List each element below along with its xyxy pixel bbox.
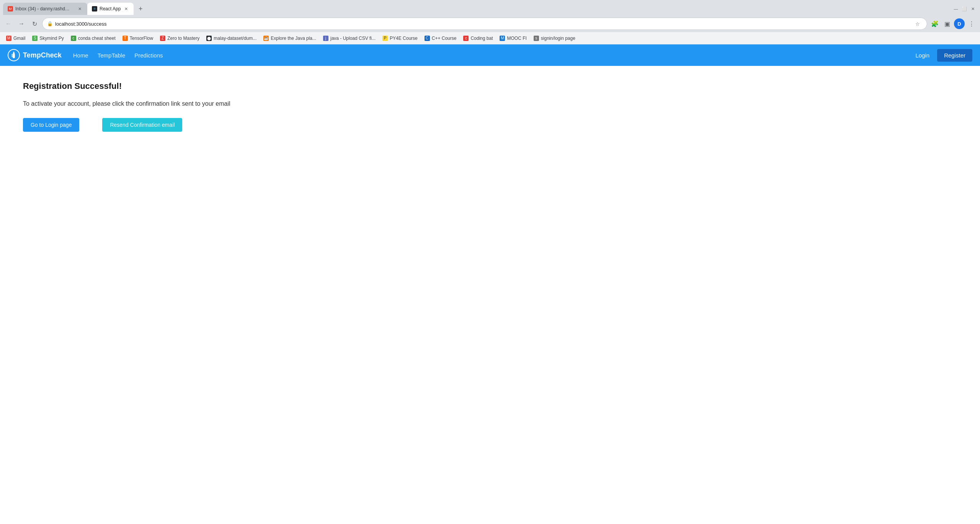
nav-home[interactable]: Home [73,52,88,59]
minimize-button[interactable]: — [953,6,959,11]
signin-icon: s [534,36,539,41]
address-bar-actions: ☆ [913,19,922,28]
tab-gmail-close[interactable]: ✕ [77,6,83,12]
nav-predictions[interactable]: Predictions [134,52,163,59]
conda-bookmark-icon: c [71,36,76,41]
tab-gmail[interactable]: M Inbox (34) - danny.rashd@gmail... ✕ [3,3,87,15]
register-button[interactable]: Register [937,49,972,62]
window-controls: — ⬜ ✕ [953,6,977,11]
app-navbar: TempCheck Home TempTable Predictions Log… [0,44,980,66]
bookmark-codingbat[interactable]: c Coding bat [460,33,496,43]
menu-icon[interactable]: ⋮ [966,18,977,29]
tab-react-close[interactable]: ✕ [123,6,129,12]
mooc-icon: M [500,36,505,41]
react-favicon: ⚛ [92,6,97,11]
address-bar[interactable]: 🔒 localhost:3000/success ☆ [42,18,927,30]
svg-point-1 [13,56,15,58]
codingbat-icon: c [463,36,469,41]
success-heading: Registration Successful! [23,81,957,91]
app-brand-name: TempCheck [23,51,62,59]
bookmark-gmail-label: Gmail [13,36,25,41]
extensions-icon[interactable]: 🧩 [929,18,940,29]
bookmark-malay[interactable]: ⬤ malay-dataset/dum... [203,33,260,43]
bookmark-star-icon[interactable]: ☆ [913,19,922,28]
bookmark-cpp-label: C++ Course [432,36,457,41]
java-csv-icon: j [323,36,328,41]
profile-button[interactable]: D [954,18,965,29]
bookmark-ztm-label: Zero to Mastery [167,36,199,41]
tensorflow-bookmark-icon: T [122,36,128,41]
back-button[interactable]: ← [3,18,14,29]
address-text: localhost:3000/success [55,21,911,27]
ztm-bookmark-icon: Z [160,36,165,41]
gmail-favicon: M [8,6,13,11]
malay-bookmark-icon: ⬤ [206,36,212,41]
bookmark-cpp[interactable]: C C++ Course [421,33,460,43]
tab-react-title: React App [100,6,121,11]
new-tab-button[interactable]: + [135,3,146,14]
bookmark-java-explore-label: Explore the Java pla... [271,36,316,41]
bookmark-py4e[interactable]: P PY4E Course [379,33,421,43]
maximize-button[interactable]: ⬜ [962,6,967,11]
bookmark-ztm[interactable]: Z Zero to Mastery [157,33,203,43]
bookmark-tensorflow[interactable]: T TensorFlow [119,33,156,43]
nav-links: Home TempTable Predictions [73,52,911,59]
lock-icon: 🔒 [47,21,53,26]
resend-confirmation-button[interactable]: Resend Confirmation email [102,118,182,132]
bookmark-signin-label: signin/login page [541,36,575,41]
bookmark-mooc[interactable]: M MOOC FI [497,33,529,43]
toolbar-icons: 🧩 ▣ D ⋮ [929,18,977,29]
bookmark-gmail[interactable]: M Gmail [3,33,28,43]
browser-chrome: M Inbox (34) - danny.rashd@gmail... ✕ ⚛ … [0,0,980,44]
close-window-button[interactable]: ✕ [970,6,975,11]
address-bar-row: ← → ↻ 🔒 localhost:3000/success ☆ 🧩 ▣ D ⋮ [0,15,980,32]
cpp-icon: C [425,36,430,41]
main-content: Registration Successful! To activate you… [0,66,980,147]
bookmark-java-csv-label: java - Upload CSV fi... [330,36,376,41]
bookmark-skymind[interactable]: S Skymind Py [29,33,67,43]
bookmark-codingbat-label: Coding bat [470,36,493,41]
bookmark-mooc-label: MOOC FI [507,36,526,41]
py4e-icon: P [382,36,388,41]
bookmark-signin[interactable]: s signin/login page [531,33,578,43]
java-explore-icon: ☕ [263,36,269,41]
tab-react[interactable]: ⚛ React App ✕ [87,3,134,15]
tab-gmail-title: Inbox (34) - danny.rashd@gmail... [15,6,74,11]
bookmarks-bar: M Gmail S Skymind Py c conda cheat sheet… [0,32,980,44]
bookmark-conda-label: conda cheat sheet [78,36,116,41]
sidebar-toggle-icon[interactable]: ▣ [942,18,952,29]
tempcheck-logo-icon [8,49,20,61]
bookmark-java-csv[interactable]: j java - Upload CSV fi... [320,33,379,43]
forward-button[interactable]: → [16,18,27,29]
skymind-bookmark-icon: S [32,36,38,41]
tab-bar: M Inbox (34) - danny.rashd@gmail... ✕ ⚛ … [0,0,980,15]
gmail-bookmark-icon: M [6,36,11,41]
activation-text: To activate your account, please click t… [23,100,957,107]
bookmark-conda[interactable]: c conda cheat sheet [68,33,119,43]
login-button[interactable]: Login [911,50,934,61]
action-buttons: Go to Login page Resend Confirmation ema… [23,118,957,132]
go-to-login-button[interactable]: Go to Login page [23,118,79,132]
bookmark-malay-label: malay-dataset/dum... [214,36,256,41]
bookmark-java-explore[interactable]: ☕ Explore the Java pla... [260,33,319,43]
reload-button[interactable]: ↻ [29,18,40,29]
app-logo[interactable]: TempCheck [8,49,62,61]
nav-temptable[interactable]: TempTable [98,52,126,59]
nav-auth: Login Register [911,49,972,62]
bookmark-tensorflow-label: TensorFlow [130,36,153,41]
bookmark-py4e-label: PY4E Course [390,36,418,41]
bookmark-skymind-label: Skymind Py [39,36,64,41]
